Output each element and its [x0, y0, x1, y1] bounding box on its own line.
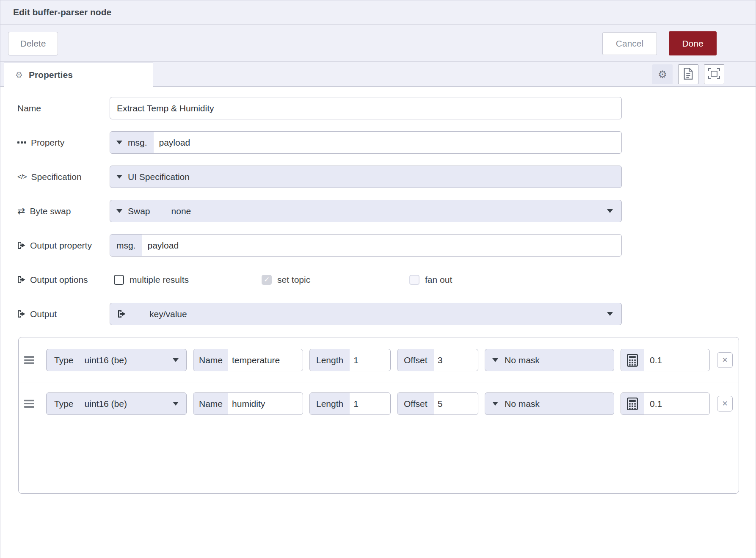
sign-out-icon — [17, 242, 25, 249]
sign-out-icon — [17, 310, 25, 318]
item-scale-field[interactable] — [621, 392, 710, 415]
byte-swap-select[interactable]: Swap none — [110, 200, 622, 222]
action-bar: Delete Cancel Done — [0, 25, 756, 62]
item-offset-input[interactable] — [438, 355, 478, 365]
option-fan-out[interactable]: fan out — [409, 275, 557, 285]
item-length-input[interactable] — [353, 399, 390, 409]
done-button[interactable]: Done — [669, 31, 717, 55]
properties-view-button[interactable]: ⚙ — [652, 64, 673, 84]
item-scale-input[interactable] — [650, 399, 709, 409]
item-type-value: uint16 (be) — [85, 355, 127, 365]
option-multiple-results[interactable]: multiple results — [114, 275, 262, 285]
chevron-down-icon — [173, 358, 179, 362]
item-name-input[interactable] — [232, 355, 303, 365]
item-name-input[interactable] — [232, 399, 303, 409]
item-type-value: uint16 (be) — [85, 399, 127, 409]
item-type-select[interactable]: Type uint16 (be) — [46, 349, 187, 371]
cancel-button[interactable]: Cancel — [602, 32, 657, 55]
chevron-down-icon — [116, 141, 122, 144]
checkbox-fan-out[interactable] — [409, 275, 419, 285]
specification-label: </> Specification — [17, 172, 110, 182]
item-name-field[interactable]: Name — [193, 392, 303, 415]
output-value: key/value — [149, 309, 187, 319]
chevron-down-icon — [173, 402, 179, 406]
tab-bar: ⚙ Properties ⚙ — [0, 62, 756, 87]
output-select[interactable]: key/value — [110, 303, 622, 325]
output-property-field[interactable]: msg. — [110, 234, 622, 257]
name-field[interactable] — [110, 97, 622, 119]
properties-form: Name Property msg. — [0, 87, 756, 494]
sign-out-icon — [17, 276, 25, 283]
byte-swap-value: none — [171, 206, 191, 216]
calculator-icon — [621, 349, 644, 371]
item-mask-select[interactable]: No mask — [485, 349, 614, 371]
remove-item-button[interactable]: ✕ — [717, 396, 733, 412]
close-icon: ✕ — [722, 399, 728, 408]
item-offset-input[interactable] — [438, 399, 478, 409]
item-divider — [19, 382, 739, 382]
property-type-select[interactable]: msg. — [110, 132, 154, 153]
gear-icon: ⚙ — [658, 69, 667, 80]
item-offset-field[interactable]: Offset — [397, 392, 478, 415]
gear-icon: ⚙ — [15, 70, 23, 80]
name-label: Name — [17, 103, 110, 113]
property-label: Property — [17, 138, 110, 148]
swap-arrows-icon: ⇄ — [17, 206, 25, 217]
name-input[interactable] — [117, 103, 621, 113]
tab-properties[interactable]: ⚙ Properties — [4, 63, 153, 87]
item-scale-field[interactable] — [621, 349, 710, 371]
byte-swap-prefix: Swap — [128, 206, 150, 216]
option-set-topic[interactable]: set topic — [262, 275, 409, 285]
property-input[interactable] — [159, 138, 621, 148]
edit-node-dialog: Edit buffer-parser node Delete Cancel Do… — [0, 0, 756, 558]
chevron-down-icon — [116, 175, 122, 179]
drag-handle-icon[interactable] — [24, 356, 34, 364]
chevron-down-icon — [492, 358, 498, 362]
item-length-field[interactable]: Length — [309, 349, 391, 371]
output-property-type[interactable]: msg. — [110, 235, 142, 256]
checkbox-set-topic[interactable] — [262, 275, 272, 285]
page-title: Edit buffer-parser node — [13, 7, 111, 17]
chevron-down-icon — [492, 402, 498, 406]
calculator-icon — [621, 393, 644, 414]
tab-properties-label: Properties — [29, 70, 73, 80]
parser-item-row: Type uint16 (be) Name Length — [19, 348, 739, 372]
item-length-input[interactable] — [353, 355, 390, 365]
item-name-field[interactable]: Name — [193, 349, 303, 371]
delete-button[interactable]: Delete — [8, 32, 58, 55]
output-options-label: Output options — [17, 275, 110, 285]
output-property-label: Output property — [17, 240, 110, 251]
item-scale-input[interactable] — [650, 355, 709, 365]
chevron-down-icon — [607, 312, 613, 316]
byte-swap-label: ⇄ Byte swap — [17, 206, 110, 217]
remove-item-button[interactable]: ✕ — [717, 352, 733, 368]
sign-out-icon — [118, 310, 126, 318]
resize-frame-icon — [708, 68, 720, 81]
specification-select[interactable]: UI Specification — [110, 166, 622, 188]
item-mask-select[interactable]: No mask — [485, 392, 614, 415]
document-icon — [683, 68, 693, 81]
parser-items-list: Type uint16 (be) Name Length — [18, 337, 739, 494]
specification-value: UI Specification — [128, 172, 190, 182]
parser-item-row: Type uint16 (be) Name Length — [19, 392, 739, 416]
checkbox-multiple-results[interactable] — [114, 275, 124, 285]
chevron-down-icon — [607, 209, 613, 213]
item-mask-value: No mask — [505, 399, 540, 409]
close-icon: ✕ — [722, 356, 728, 365]
appearance-view-button[interactable] — [704, 64, 724, 84]
description-view-button[interactable] — [678, 64, 698, 84]
output-label: Output — [17, 309, 110, 319]
dialog-header: Edit buffer-parser node — [0, 0, 756, 25]
ellipsis-icon — [17, 141, 26, 144]
drag-handle-icon[interactable] — [24, 400, 34, 408]
item-offset-field[interactable]: Offset — [397, 349, 478, 371]
chevron-down-icon — [116, 209, 122, 213]
code-icon: </> — [17, 173, 27, 181]
item-type-select[interactable]: Type uint16 (be) — [46, 392, 187, 415]
item-mask-value: No mask — [505, 355, 540, 365]
item-length-field[interactable]: Length — [309, 392, 391, 415]
output-property-input[interactable] — [148, 240, 621, 251]
property-field[interactable]: msg. — [110, 131, 622, 154]
